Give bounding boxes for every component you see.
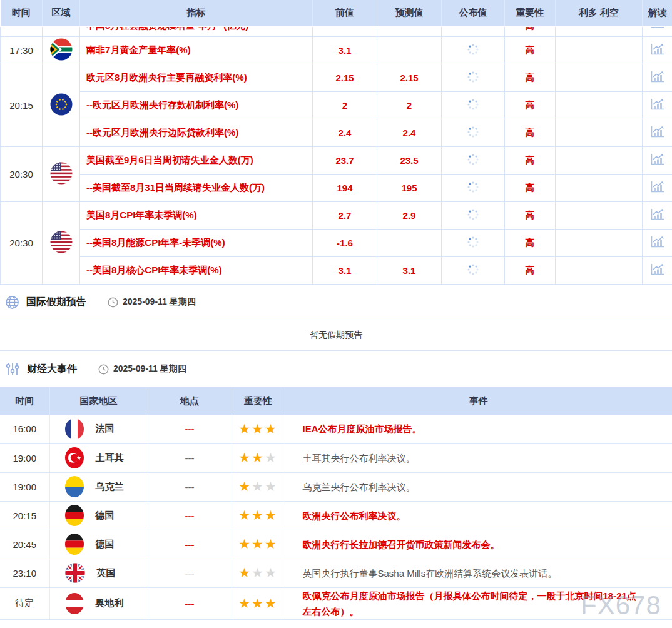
star-filled-icon: ★ — [238, 596, 252, 610]
event-row: 19:00 土耳其 --- ★★★ 土耳其央行公布利率决议。 — [0, 443, 672, 472]
indicator-label: 中国8月社会融资规模增量-单月-*(亿元) — [80, 27, 312, 36]
event-description[interactable]: 欧佩克公布月度原油市场报告（月报具体公布时间待定，一般于北京时间18-21点左右… — [285, 588, 672, 619]
calendar-header-row: 时间 区域 指标 前值 预测值 公布值 重要性 利多 利空 解读 — [1, 0, 672, 26]
event-description[interactable]: IEA公布月度原油市场报告。 — [285, 421, 672, 437]
bull-bear-cell — [556, 119, 643, 147]
germany-flag-icon — [65, 505, 84, 526]
table-row: 20:15欧元区8月欧洲央行主要再融资利率(%)2.152.15高 — [1, 64, 672, 92]
event-description[interactable]: 土耳其央行公布利率决议。 — [285, 450, 672, 466]
event-row: 19:00 乌克兰 --- ★★★ 乌克兰央行公布利率决议。 — [0, 472, 672, 501]
ukraine-flag-icon — [65, 476, 84, 497]
table-row: --欧元区月欧洲央行边际贷款利率(%)2.42.4高 — [1, 119, 672, 147]
event-time: 16:00 — [0, 415, 49, 443]
loading-spinner-icon — [467, 185, 479, 195]
country-name: 德国 — [96, 510, 115, 522]
country-name: 土耳其 — [96, 452, 124, 464]
bull-bear-cell — [556, 202, 643, 230]
indicator-link[interactable]: --美国截至8月31日当周续请失业金人数(万) — [80, 182, 265, 194]
event-time: 20:15 — [0, 501, 49, 530]
chart-detail-icon[interactable] — [650, 102, 664, 113]
loading-spinner-icon — [467, 267, 479, 278]
forecast-cell — [377, 37, 442, 64]
indicator-link[interactable]: 美国8月CPI年率未季调(%) — [80, 210, 197, 221]
event-description[interactable]: 欧洲央行行长拉加德召开货币政策新闻发布会。 — [285, 537, 672, 552]
event-description[interactable]: 欧洲央行公布利率决议。 — [285, 508, 672, 524]
indicator-cell: --美国8月核心CPI年率未季调(%) — [80, 257, 313, 285]
time-cell: 20:30 — [1, 147, 43, 202]
col-bull-bear: 利多 利空 — [556, 0, 643, 26]
flag-cell — [43, 202, 80, 285]
time-cell: 17:30 — [1, 37, 43, 64]
chart-detail-icon[interactable] — [650, 47, 664, 58]
event-description-cell: 乌克兰央行公布利率决议。 — [285, 472, 672, 501]
col-location: 地点 — [148, 387, 232, 415]
event-time: 23:10 — [0, 559, 49, 587]
indicator-cell[interactable]: 中国8月社会融资规模增量-单月-*(亿元) — [80, 26, 313, 37]
previous-cell: 23.7 — [313, 147, 377, 175]
detail-cell — [643, 92, 672, 119]
flag-cell — [43, 147, 80, 202]
country-name: 乌克兰 — [96, 481, 124, 493]
indicator-cell: 南非7月黄金产量年率(%) — [80, 37, 313, 64]
published-cell — [442, 26, 505, 37]
event-country-cell: 德国 — [49, 501, 148, 530]
previous-cell — [313, 26, 377, 37]
detail-cell — [643, 230, 672, 257]
importance-stars: ★★★ — [232, 501, 285, 530]
forecast-cell: 2.15 — [377, 64, 442, 92]
importance-stars: ★★★ — [232, 472, 285, 501]
indicator-link[interactable]: 欧元区8月欧洲央行主要再融资利率(%) — [80, 72, 247, 84]
detail-cell[interactable] — [643, 26, 672, 37]
col-event: 事件 — [285, 387, 672, 415]
detail-cell — [643, 257, 672, 285]
country-name: 德国 — [96, 539, 115, 550]
star-filled-icon: ★ — [238, 565, 252, 580]
chart-detail-icon[interactable] — [650, 129, 664, 140]
bull-bear-cell — [556, 230, 643, 257]
event-description[interactable]: 英国央行执行董事Sasha Mills在欧洲结算系统会议发表讲话。 — [285, 565, 672, 581]
chart-detail-icon[interactable] — [650, 185, 664, 195]
time-cell — [1, 26, 43, 37]
col-importance: 重要性 — [505, 0, 556, 26]
chart-detail-icon[interactable] — [650, 240, 664, 250]
bull-bear-cell — [556, 37, 643, 64]
published-cell — [442, 147, 505, 175]
economic-data-table: 时间 区域 指标 前值 预测值 公布值 重要性 利多 利空 解读 中国8月社会融… — [0, 0, 672, 285]
indicator-link[interactable]: --美国8月核心CPI年率未季调(%) — [80, 265, 222, 276]
flag-cell — [43, 37, 80, 64]
star-empty-icon: ★ — [265, 479, 278, 494]
event-description[interactable]: 乌克兰央行公布利率决议。 — [285, 479, 672, 495]
indicator-link[interactable]: --美国8月能源CPI年率-未季调(%) — [80, 237, 225, 249]
col-indicator: 指标 — [80, 0, 313, 26]
us-flag-icon — [50, 162, 73, 185]
indicator-cell: 美国8月CPI年率未季调(%) — [80, 202, 313, 230]
chart-detail-icon[interactable] — [650, 74, 664, 85]
germany-flag-icon — [65, 534, 84, 555]
importance-cell: 高 — [505, 202, 556, 230]
table-row: --美国8月能源CPI年率-未季调(%)-1.6高 — [1, 230, 672, 257]
event-location: --- — [148, 443, 232, 472]
table-row: 17:30南非7月黄金产量年率(%)3.1高 — [1, 37, 672, 64]
forecast-cell: 195 — [377, 175, 442, 202]
indicator-link[interactable]: 美国截至9月6日当周初请失业金人数(万) — [80, 154, 253, 166]
star-filled-icon: ★ — [238, 422, 252, 436]
indicator-link[interactable]: 南非7月黄金产量年率(%) — [80, 44, 191, 56]
chart-detail-icon[interactable] — [650, 212, 664, 223]
indicator-link[interactable]: --欧元区月欧洲央行边际贷款利率(%) — [80, 127, 238, 139]
star-filled-icon: ★ — [238, 508, 252, 522]
importance-cell: 高 — [505, 230, 556, 257]
chart-detail-icon[interactable] — [650, 267, 664, 278]
star-filled-icon: ★ — [265, 596, 278, 610]
indicator-link[interactable]: --欧元区月欧洲央行存款机制利率(%) — [80, 99, 238, 111]
star-filled-icon: ★ — [252, 508, 265, 522]
event-row: 20:45 德国 --- ★★★ 欧洲央行行长拉加德召开货币政策新闻发布会。 — [0, 530, 672, 559]
event-location: --- — [148, 530, 232, 559]
detail-cell — [643, 64, 672, 92]
chart-detail-icon[interactable] — [650, 157, 664, 168]
event-description-cell: 英国央行执行董事Sasha Mills在欧洲结算系统会议发表讲话。 — [285, 559, 672, 587]
published-cell — [442, 37, 505, 64]
austria-flag-icon — [65, 593, 84, 614]
indicator-cell: --欧元区月欧洲央行边际贷款利率(%) — [80, 119, 313, 147]
forecast-cell — [377, 230, 442, 257]
detail-cell — [643, 147, 672, 175]
